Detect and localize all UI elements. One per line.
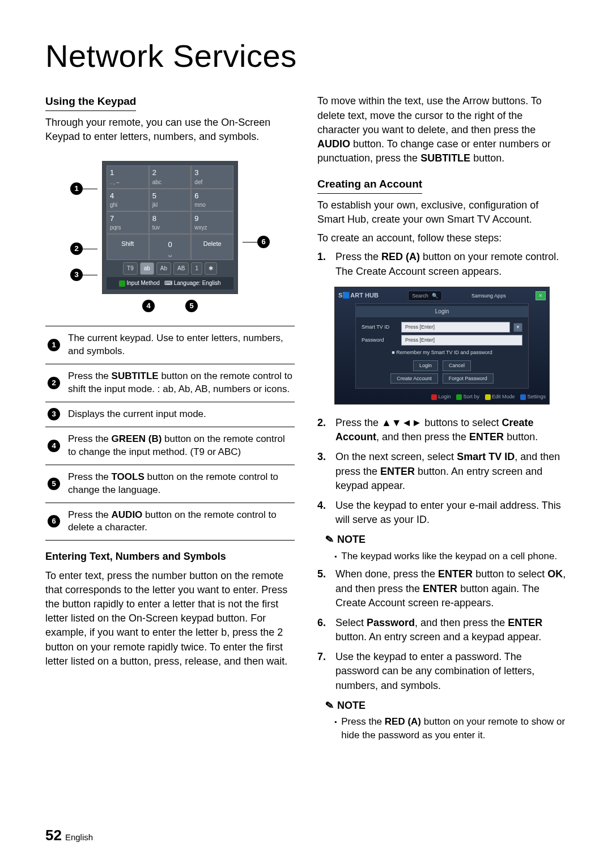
pw-label: Password bbox=[362, 337, 398, 344]
id-dropdown-icon[interactable]: ▼ bbox=[513, 323, 522, 332]
create-account-button[interactable]: Create Account bbox=[390, 373, 438, 384]
left-column: Using the Keypad Through your remote, yo… bbox=[45, 94, 295, 746]
key-7[interactable]: 7pqrs bbox=[107, 211, 149, 234]
keypad-figure: 1 2 3 1. , – 2abc 3def 4ghi 5jkl 6mno 7p… bbox=[45, 161, 295, 312]
key-4[interactable]: 4ghi bbox=[107, 189, 149, 211]
panel-title: Login bbox=[356, 306, 528, 317]
language-icon: ⌨ bbox=[164, 280, 172, 286]
mode-Ab[interactable]: Ab bbox=[156, 262, 171, 275]
note-heading-1: ✎NOTE bbox=[325, 533, 567, 547]
step-5: When done, press the ENTER button to sel… bbox=[317, 567, 567, 610]
step-1: Press the RED (A) button on your remote … bbox=[317, 250, 567, 278]
callout-3: 3 bbox=[70, 269, 83, 281]
note-list-2: Press the RED (A) button on your remote … bbox=[334, 715, 567, 742]
heading-entering-text: Entering Text, Numbers and Symbols bbox=[45, 550, 295, 564]
onscreen-keypad: 1. , – 2abc 3def 4ghi 5jkl 6mno 7pqrs 8t… bbox=[102, 161, 238, 294]
para-entering-text: To enter text, press the number button o… bbox=[45, 569, 295, 669]
forgot-password-button[interactable]: Forgot Password bbox=[443, 373, 494, 384]
mode-star[interactable]: ✱ bbox=[205, 262, 217, 275]
legend-row-4: 4 Press the GREEN (B) button on the remo… bbox=[45, 427, 295, 465]
legend-row-2: 2 Press the SUBTITLE button on the remot… bbox=[45, 364, 295, 402]
remember-checkbox[interactable]: ■ Remember my Smart TV ID and password bbox=[356, 347, 528, 359]
key-shift[interactable]: Shift bbox=[107, 234, 149, 260]
para-move-delete: To move within the text, use the Arrow b… bbox=[317, 94, 567, 165]
legend-row-3: 3 Displays the current input mode. bbox=[45, 402, 295, 427]
callout-4: 4 bbox=[142, 300, 155, 312]
mode-bar: T9 ab Ab AB 1 ✱ bbox=[107, 260, 233, 277]
note-heading-2: ✎NOTE bbox=[325, 699, 567, 713]
callout-1: 1 bbox=[70, 182, 83, 195]
mode-t9[interactable]: T9 bbox=[123, 262, 138, 275]
search-icon: 🔍 bbox=[432, 292, 438, 300]
blue-d-icon bbox=[520, 394, 526, 400]
key-5[interactable]: 5jkl bbox=[149, 189, 192, 211]
step-6: Select Password, and then press the ENTE… bbox=[317, 616, 567, 644]
color-buttons-bar: Login Sort by Edit Mode Settings bbox=[338, 393, 546, 401]
id-input[interactable]: Press [Enter] bbox=[401, 322, 510, 333]
key-delete[interactable]: Delete bbox=[191, 234, 233, 260]
heading-using-keypad: Using the Keypad bbox=[45, 94, 136, 111]
legend-row-5: 5 Press the TOOLS button on the remote c… bbox=[45, 465, 295, 503]
key-9[interactable]: 9wxyz bbox=[191, 211, 233, 234]
note-list-1: The keypad works like the keypad on a ce… bbox=[334, 550, 567, 563]
mode-ab[interactable]: ab bbox=[140, 262, 154, 275]
key-2[interactable]: 2abc bbox=[149, 165, 192, 188]
keypad-footer: Input Method ⌨ Language: English bbox=[107, 277, 233, 290]
key-3[interactable]: 3def bbox=[191, 165, 233, 188]
step-4: Use the keypad to enter your e-mail addr… bbox=[317, 499, 567, 527]
para-follow-steps: To create an account, follow these steps… bbox=[317, 231, 567, 245]
green-badge-icon bbox=[119, 280, 125, 287]
legend-row-6: 6 Press the AUDIO button on the remote c… bbox=[45, 503, 295, 541]
step-2: Press the ▲▼◄► buttons to select Create … bbox=[317, 416, 567, 444]
callout-6: 6 bbox=[257, 236, 270, 248]
green-b-icon bbox=[456, 394, 462, 400]
search-box[interactable]: Search🔍 bbox=[408, 291, 442, 301]
para-using-keypad: Through your remote, you can use the On-… bbox=[45, 116, 295, 144]
legend-row-1: 1 The current keypad. Use to enter lette… bbox=[45, 326, 295, 364]
step-3: On the next screen, select Smart TV ID, … bbox=[317, 450, 567, 493]
steps-list: Press the RED (A) button on your remote … bbox=[317, 250, 567, 278]
right-column: To move within the text, use the Arrow b… bbox=[317, 94, 567, 746]
id-label: Smart TV ID bbox=[362, 324, 398, 331]
para-establish: To establish your own, exclusive, config… bbox=[317, 198, 567, 227]
note-item-2: Press the RED (A) button on your remote … bbox=[334, 715, 567, 742]
key-1[interactable]: 1. , – bbox=[107, 165, 149, 188]
login-panel: Login Smart TV ID Press [Enter] ▼ Passwo… bbox=[355, 303, 529, 389]
step-7: Use the keypad to enter a password. The … bbox=[317, 650, 567, 693]
note-icon: ✎ bbox=[324, 532, 334, 547]
steps-list-cont2: When done, press the ENTER button to sel… bbox=[317, 567, 567, 693]
callout-legend: 1 The current keypad. Use to enter lette… bbox=[45, 326, 295, 541]
note-icon: ✎ bbox=[324, 698, 334, 713]
mode-AB[interactable]: AB bbox=[173, 262, 189, 275]
cancel-button[interactable]: Cancel bbox=[443, 360, 471, 371]
pw-input[interactable]: Press [Enter] bbox=[401, 335, 522, 346]
login-button[interactable]: Login bbox=[413, 360, 438, 371]
mode-1[interactable]: 1 bbox=[191, 262, 202, 275]
key-0[interactable]: 0␣ bbox=[149, 234, 192, 260]
steps-list-cont: Press the ▲▼◄► buttons to select Create … bbox=[317, 416, 567, 527]
key-6[interactable]: 6mno bbox=[191, 189, 233, 211]
heading-creating-account: Creating an Account bbox=[317, 177, 422, 194]
smart-hub-logo: S🟦ART HUB bbox=[338, 291, 379, 300]
samsung-apps-label: Samsung Apps bbox=[471, 292, 506, 300]
callout-2: 2 bbox=[70, 242, 83, 255]
login-screenshot: S🟦ART HUB Search🔍 Samsung Apps ✕ Login S… bbox=[334, 287, 550, 405]
yellow-c-icon bbox=[485, 394, 491, 400]
key-8[interactable]: 8tuv bbox=[149, 211, 192, 234]
note-item-1: The keypad works like the keypad on a ce… bbox=[334, 550, 567, 563]
close-icon[interactable]: ✕ bbox=[536, 291, 546, 301]
two-column-layout: Using the Keypad Through your remote, yo… bbox=[45, 94, 567, 746]
page-title: Network Services bbox=[45, 34, 567, 78]
red-a-icon bbox=[431, 394, 437, 400]
page-footer: 52English bbox=[45, 825, 93, 845]
callout-5: 5 bbox=[185, 300, 198, 312]
